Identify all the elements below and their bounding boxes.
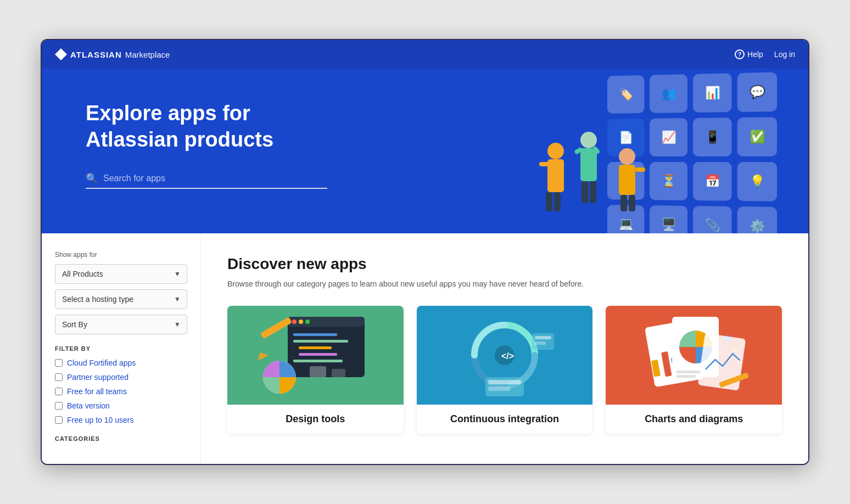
svg-point-11 xyxy=(619,148,635,165)
filter-beta: Beta version xyxy=(55,401,187,410)
svg-rect-34 xyxy=(488,387,510,391)
nav-brand-text: ATLASSIAN xyxy=(70,50,122,59)
svg-rect-3 xyxy=(546,192,552,211)
ci-svg: </> xyxy=(444,306,565,405)
discover-title: Discover new apps xyxy=(227,255,782,273)
filter-by-section: FILTER BY Cloud Fortified apps Partner s… xyxy=(55,345,187,424)
sidebar: Show apps for All Products ▼ Select a ho… xyxy=(42,233,201,464)
help-icon: ? xyxy=(735,49,745,59)
help-link[interactable]: ? Help xyxy=(735,49,763,59)
sort-by-dropdown-wrapper: Sort By ▼ xyxy=(55,315,187,334)
hero-title: Explore apps for Atlassian products xyxy=(86,100,294,153)
category-cards-grid: Design tools xyxy=(227,306,782,434)
app-window: ATLASSIAN Marketplace ? Help Log in Expl… xyxy=(41,39,809,465)
login-link[interactable]: Log in xyxy=(774,50,795,59)
filter-partner-supported: Partner supported xyxy=(55,373,187,382)
categories-section: CATEGORIES xyxy=(55,435,187,442)
free-10-label[interactable]: Free up to 10 users xyxy=(67,416,133,424)
all-products-dropdown[interactable]: All Products xyxy=(55,264,187,284)
charts-diagrams-label: Charts and diagrams xyxy=(606,405,782,434)
svg-rect-30 xyxy=(332,369,345,377)
app-tile: ⚙️ xyxy=(737,206,777,233)
search-bar[interactable]: 🔍 xyxy=(86,172,327,189)
hosting-type-dropdown-wrapper: Select a hosting type ▼ xyxy=(55,289,187,309)
main-area: Show apps for All Products ▼ Select a ho… xyxy=(42,233,808,464)
search-input[interactable] xyxy=(103,173,312,183)
charts-diagrams-card-image xyxy=(606,306,782,405)
svg-rect-23 xyxy=(299,346,332,349)
svg-rect-47 xyxy=(676,375,696,378)
design-tools-label: Design tools xyxy=(227,405,404,434)
discover-desc: Browse through our category pages to lea… xyxy=(227,279,782,288)
show-apps-label: Show apps for xyxy=(55,251,187,259)
app-tile: 📱 xyxy=(693,117,732,156)
free-for-all-checkbox[interactable] xyxy=(55,388,63,395)
people-illustration xyxy=(523,102,655,233)
charts-svg xyxy=(634,306,754,405)
continuous-integration-card[interactable]: </> Continuous integration xyxy=(417,306,593,434)
svg-rect-24 xyxy=(299,353,337,356)
app-tile: 👥 xyxy=(650,74,687,113)
svg-rect-25 xyxy=(293,360,343,362)
app-tile: 🖥️ xyxy=(650,205,687,233)
svg-rect-13 xyxy=(635,167,645,172)
svg-rect-6 xyxy=(580,148,597,181)
continuous-integration-card-image: </> xyxy=(417,306,593,405)
nav-left: ATLASSIAN Marketplace xyxy=(55,48,170,60)
svg-rect-39 xyxy=(535,341,546,345)
filter-free-for-all: Free for all teams xyxy=(55,387,187,396)
svg-rect-38 xyxy=(535,336,551,339)
people-svg xyxy=(523,124,655,233)
app-tile: 📎 xyxy=(693,206,732,233)
app-tile: ✅ xyxy=(737,117,777,156)
filter-cloud-fortified: Cloud Fortified apps xyxy=(55,359,187,367)
design-tools-card[interactable]: Design tools xyxy=(227,306,404,434)
svg-rect-14 xyxy=(620,195,627,211)
svg-rect-26 xyxy=(260,317,292,339)
svg-point-19 xyxy=(299,320,303,324)
search-icon: 🔍 xyxy=(86,172,98,184)
categories-title: CATEGORIES xyxy=(55,435,187,442)
cloud-fortified-checkbox[interactable] xyxy=(55,359,63,367)
navigation: ATLASSIAN Marketplace ? Help Log in xyxy=(42,40,808,69)
svg-rect-29 xyxy=(310,366,326,377)
help-label: Help xyxy=(747,50,763,59)
svg-rect-22 xyxy=(293,340,348,343)
filter-free-10: Free up to 10 users xyxy=(55,416,187,424)
design-tools-card-image xyxy=(227,306,404,405)
app-tile: ⏳ xyxy=(650,162,687,200)
app-tile: 📊 xyxy=(693,73,732,113)
partner-supported-label[interactable]: Partner supported xyxy=(67,373,128,382)
svg-text:</>: </> xyxy=(501,351,514,361)
svg-rect-1 xyxy=(547,159,564,192)
app-tile: 💬 xyxy=(737,72,777,112)
charts-diagrams-card[interactable]: Charts and diagrams xyxy=(606,306,782,434)
sort-by-dropdown[interactable]: Sort By xyxy=(55,315,187,334)
cloud-fortified-label[interactable]: Cloud Fortified apps xyxy=(67,359,136,367)
nav-product-text: Marketplace xyxy=(125,50,170,59)
svg-rect-21 xyxy=(293,333,337,336)
svg-rect-2 xyxy=(539,162,549,166)
free-10-checkbox[interactable] xyxy=(55,416,63,424)
svg-rect-9 xyxy=(581,181,588,203)
continuous-integration-label: Continuous integration xyxy=(417,405,593,434)
svg-rect-4 xyxy=(554,192,561,211)
svg-rect-15 xyxy=(629,195,635,211)
beta-label[interactable]: Beta version xyxy=(67,401,110,410)
hosting-type-dropdown[interactable]: Select a hosting type xyxy=(55,289,187,309)
svg-rect-12 xyxy=(619,165,635,195)
content-area: Discover new apps Browse through our cat… xyxy=(201,233,808,464)
nav-right: ? Help Log in xyxy=(735,49,795,59)
svg-point-18 xyxy=(292,320,297,324)
svg-rect-10 xyxy=(590,181,596,203)
beta-checkbox[interactable] xyxy=(55,402,63,410)
svg-point-5 xyxy=(580,132,597,148)
nav-logo[interactable]: ATLASSIAN Marketplace xyxy=(55,48,170,60)
hero-section: Explore apps for Atlassian products 🔍 🏷️… xyxy=(42,69,808,233)
app-tile: 💡 xyxy=(737,162,777,201)
atlassian-logo-icon xyxy=(55,48,67,60)
filter-by-title: FILTER BY xyxy=(55,345,187,352)
free-for-all-label[interactable]: Free for all teams xyxy=(67,387,127,396)
design-tools-svg xyxy=(255,306,376,405)
partner-supported-checkbox[interactable] xyxy=(55,373,63,381)
